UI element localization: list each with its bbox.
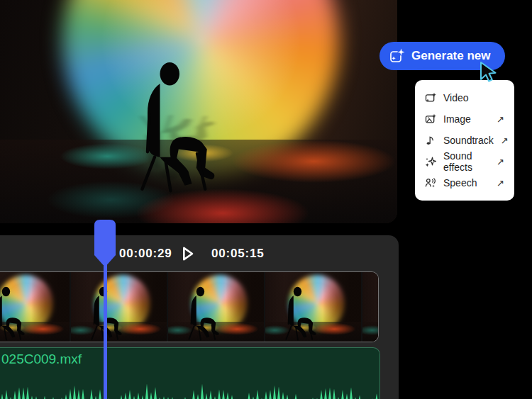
filmstrip-frame	[71, 272, 167, 342]
menu-item-video-label: Video	[443, 92, 469, 103]
menu-item-video[interactable]: Video	[415, 87, 514, 108]
menu-item-speech[interactable]: Speech ↗	[415, 172, 514, 193]
external-link-icon: ↗	[501, 136, 509, 145]
filmstrip-frame	[265, 272, 361, 342]
video-clip-track[interactable]	[0, 271, 379, 342]
menu-item-image[interactable]: Image ↗	[415, 108, 514, 130]
video-generate-icon	[425, 92, 436, 103]
menu-item-sound-effects-label: Sound effects	[443, 150, 489, 173]
playhead[interactable]	[94, 220, 116, 399]
clip-name-label: 025C009.mxf	[1, 352, 82, 367]
menu-item-soundtrack-label: Soundtrack	[443, 135, 494, 146]
external-link-icon: ↗	[497, 157, 504, 167]
filmstrip	[0, 272, 379, 342]
video-preview[interactable]	[0, 0, 397, 223]
mouse-cursor-icon	[478, 61, 499, 86]
app-screen: Generate new Video Image ↗	[0, 0, 532, 399]
image-generate-icon	[425, 113, 436, 125]
menu-item-soundtrack[interactable]: Soundtrack ↗	[415, 130, 514, 151]
transport-bar: 00:00:29 00:05:15	[0, 235, 399, 271]
speech-icon	[425, 177, 436, 189]
generate-dropdown-menu: Video Image ↗ Soundtrack ↗	[415, 80, 514, 201]
timeline-panel: 00:00:29 00:05:15	[0, 235, 399, 399]
generate-sparkle-icon	[389, 48, 405, 64]
play-button[interactable]	[177, 244, 197, 264]
music-note-icon	[425, 135, 436, 146]
audio-clip-track[interactable]: 025C009.mxf	[0, 347, 380, 399]
seated-person-silhouette	[119, 60, 226, 193]
playhead-handle[interactable]	[94, 220, 116, 266]
duration-timecode: 00:05:15	[211, 247, 264, 261]
external-link-icon: ↗	[497, 179, 504, 188]
external-link-icon: ↗	[497, 115, 504, 124]
play-icon	[177, 244, 197, 264]
menu-item-speech-label: Speech	[443, 177, 477, 189]
menu-item-sound-effects[interactable]: Sound effects ↗	[415, 151, 514, 172]
filmstrip-frame	[0, 272, 70, 342]
filmstrip-frame	[362, 272, 379, 342]
sparkle-icon	[425, 156, 436, 167]
filmstrip-frame	[168, 272, 264, 342]
current-timecode: 00:00:29	[119, 247, 172, 261]
menu-item-image-label: Image	[443, 113, 471, 125]
audio-waveform	[0, 381, 380, 399]
